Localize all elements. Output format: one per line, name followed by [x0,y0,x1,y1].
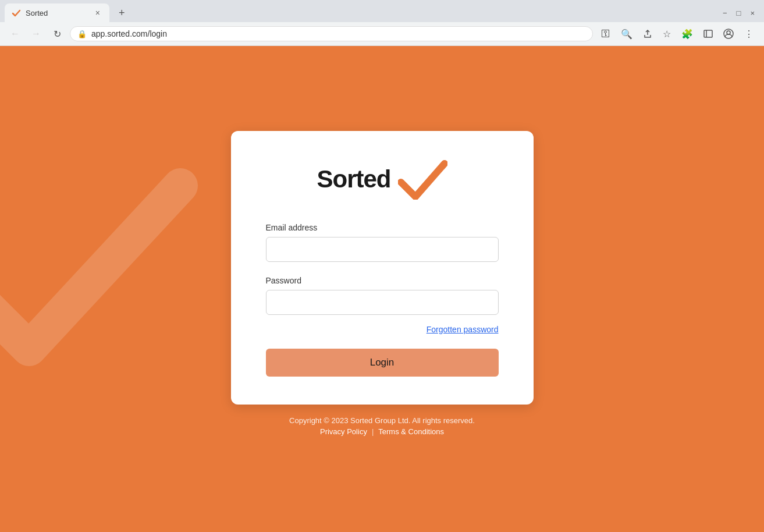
active-tab[interactable]: Sorted × [5,3,109,22]
password-label: Password [266,276,499,285]
logo-checkmark-icon [398,159,447,200]
key-icon[interactable]: ⚿ [598,26,614,41]
reload-button[interactable]: ↻ [49,26,65,42]
forgot-password-link[interactable]: Forgotten password [427,325,499,334]
logo-area: Sorted [266,159,499,200]
close-window-button[interactable]: × [750,9,755,17]
footer-copyright: Copyright © 2023 Sorted Group Ltd. All r… [289,416,475,425]
toolbar-actions: ⚿ 🔍 ☆ 🧩 ⋮ [598,26,757,42]
terms-link[interactable]: Terms & Conditions [378,427,444,436]
login-button[interactable]: Login [266,349,499,377]
minimize-button[interactable]: − [723,9,727,17]
browser-tab-bar: Sorted × + − □ × [0,0,764,22]
email-input[interactable] [266,237,499,262]
footer-links: Privacy Policy | Terms & Conditions [289,427,475,436]
new-tab-button[interactable]: + [114,5,130,22]
tab-favicon [12,8,21,17]
zoom-icon[interactable]: 🔍 [617,26,636,42]
browser-toolbar: ← → ↻ 🔒 app.sorted.com/login ⚿ 🔍 ☆ 🧩 [0,22,764,45]
sidebar-icon[interactable] [700,27,716,41]
menu-icon[interactable]: ⋮ [741,26,757,42]
address-text: app.sorted.com/login [91,29,585,38]
email-form-group: Email address [266,223,499,262]
login-card: Sorted Email address Password Forgotten … [231,131,534,405]
tab-title: Sorted [26,9,88,17]
profile-icon[interactable] [720,26,737,41]
logo-text: Sorted [317,165,390,193]
email-label: Email address [266,223,499,232]
extensions-icon[interactable]: 🧩 [678,26,697,42]
bookmark-icon[interactable]: ☆ [659,26,674,42]
window-controls: − □ × [723,9,759,17]
forgot-password-row: Forgotten password [266,324,499,335]
back-button[interactable]: ← [7,26,23,42]
lock-icon: 🔒 [77,30,87,38]
address-bar[interactable]: 🔒 app.sorted.com/login [70,26,593,41]
password-form-group: Password [266,276,499,315]
page-content: Sorted Email address Password Forgotten … [0,46,764,532]
bg-decoration [0,151,198,395]
password-input[interactable] [266,290,499,315]
browser-chrome: Sorted × + − □ × ← → ↻ 🔒 app.sorted.com/… [0,0,764,46]
tab-close-button[interactable]: × [93,7,102,19]
maximize-button[interactable]: □ [737,9,741,17]
privacy-policy-link[interactable]: Privacy Policy [320,427,367,436]
share-icon[interactable] [639,27,656,41]
footer-separator: | [372,427,374,436]
page-footer: Copyright © 2023 Sorted Group Ltd. All r… [278,405,486,448]
forward-button[interactable]: → [28,26,44,42]
svg-rect-0 [704,30,712,37]
svg-point-3 [727,31,730,34]
